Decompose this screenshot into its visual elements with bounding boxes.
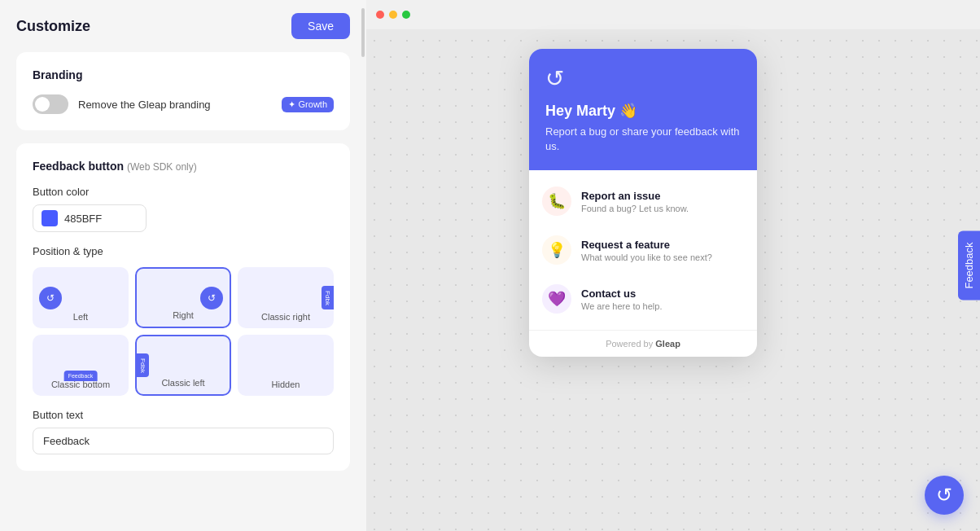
- action-contact[interactable]: 💜 Contact us We are here to help.: [529, 274, 757, 323]
- widget-footer-brand: Gleap: [655, 339, 680, 349]
- browser-dot-yellow: [389, 11, 397, 19]
- page-title: Customize: [16, 18, 90, 35]
- action-text-contact: Contact us We are here to help.: [581, 287, 662, 311]
- gleap-fab-icon: ↺: [936, 484, 952, 507]
- scrollable-content: Branding Remove the Gleap branding ✦ Gro…: [0, 52, 366, 531]
- feedback-side-tab[interactable]: Feedback: [958, 230, 980, 300]
- action-text-feature: Request a feature What would you like to…: [581, 239, 712, 262]
- position-left-label: Left: [73, 312, 88, 322]
- growth-badge: ✦ Growth: [282, 97, 334, 112]
- mini-tab-bottom: Feedback: [64, 371, 98, 381]
- position-classic-right-label: Classic right: [261, 312, 310, 322]
- position-classic-left-label: Classic left: [161, 378, 204, 388]
- position-right[interactable]: ↺ Right: [135, 267, 231, 328]
- position-classic-right[interactable]: Fdbk Classic right: [238, 267, 334, 328]
- action-title-contact: Contact us: [581, 287, 662, 300]
- action-subtitle-contact: We are here to help.: [581, 301, 662, 311]
- feedback-button-title: Feedback button (Web SDK only): [33, 160, 334, 173]
- button-text-input[interactable]: [33, 428, 334, 454]
- widget-description: Report a bug or share your feedback with…: [545, 125, 741, 154]
- feedback-button-section: Feedback button (Web SDK only) Button co…: [16, 143, 350, 471]
- action-title-feature: Request a feature: [581, 239, 712, 251]
- action-title-report: Report an issue: [581, 190, 689, 202]
- action-icon-feature: 💡: [542, 235, 571, 265]
- action-report-issue[interactable]: 🐛 Report an issue Found a bug? Let us kn…: [529, 177, 757, 226]
- action-subtitle-feature: What would you like to see next?: [581, 252, 712, 262]
- browser-chrome: [366, 0, 980, 29]
- branding-section: Branding Remove the Gleap branding ✦ Gro…: [16, 52, 350, 130]
- position-hidden[interactable]: Hidden: [238, 335, 334, 396]
- left-header: Customize Save: [0, 0, 366, 52]
- widget-loader-icon: ↺: [545, 65, 741, 92]
- color-label: Button color: [33, 186, 334, 198]
- browser-dot-green: [402, 11, 410, 19]
- mini-tab-left: Fdbk: [137, 353, 149, 378]
- gleap-fab[interactable]: ↺: [925, 476, 964, 515]
- mini-gleap-right: ↺: [200, 287, 223, 309]
- widget-footer: Powered by Gleap: [529, 330, 757, 357]
- position-grid: ↺ Left ↺ Right Fdbk Classic rig: [33, 267, 334, 396]
- position-left[interactable]: ↺ Left: [33, 267, 129, 328]
- action-icon-bug: 🐛: [542, 187, 571, 216]
- growth-badge-label: ✦ Growth: [288, 99, 327, 110]
- widget-actions: 🐛 Report an issue Found a bug? Let us kn…: [529, 170, 757, 330]
- scroll-indicator: [360, 0, 366, 531]
- scroll-thumb: [361, 8, 365, 57]
- branding-title: Branding: [33, 68, 334, 81]
- position-right-label: Right: [173, 310, 194, 320]
- browser-dot-red: [376, 11, 384, 19]
- save-button[interactable]: Save: [291, 13, 350, 39]
- branding-toggle[interactable]: [33, 94, 68, 114]
- position-classic-left[interactable]: Fdbk Classic left: [135, 335, 231, 396]
- action-subtitle-report: Found a bug? Let us know.: [581, 204, 689, 213]
- action-text-report: Report an issue Found a bug? Let us know…: [581, 190, 689, 213]
- action-icon-contact: 💜: [542, 284, 571, 314]
- color-value: 485BFF: [64, 213, 102, 225]
- widget-popup: ↺ Hey Marty 👋 Report a bug or share your…: [529, 49, 757, 357]
- branding-toggle-row: Remove the Gleap branding ✦ Growth: [33, 94, 334, 114]
- color-input-row[interactable]: 485BFF: [33, 204, 147, 232]
- mini-tab-right: Fdbk: [322, 286, 334, 310]
- feedback-button-subtitle: (Web SDK only): [127, 161, 197, 173]
- color-swatch: [42, 210, 58, 226]
- widget-header: ↺ Hey Marty 👋 Report a bug or share your…: [529, 49, 757, 170]
- position-hidden-label: Hidden: [272, 380, 300, 389]
- toggle-knob: [35, 97, 50, 112]
- position-classic-bottom[interactable]: Feedback Classic bottom: [33, 335, 129, 396]
- mini-gleap-left: ↺: [39, 287, 62, 309]
- button-text-label: Button text: [33, 409, 334, 421]
- widget-greeting: Hey Marty 👋: [545, 102, 741, 120]
- position-label: Position & type: [33, 245, 334, 257]
- action-request-feature[interactable]: 💡 Request a feature What would you like …: [529, 226, 757, 274]
- feedback-side-tab-label: Feedback: [963, 242, 975, 288]
- left-panel: Customize Save Branding Remove the Gleap…: [0, 0, 366, 531]
- widget-footer-text: Powered by: [606, 339, 655, 349]
- right-panel: Feedback ↺ Hey Marty 👋 Report a bug or s…: [366, 0, 980, 531]
- branding-toggle-label: Remove the Gleap branding: [78, 99, 272, 111]
